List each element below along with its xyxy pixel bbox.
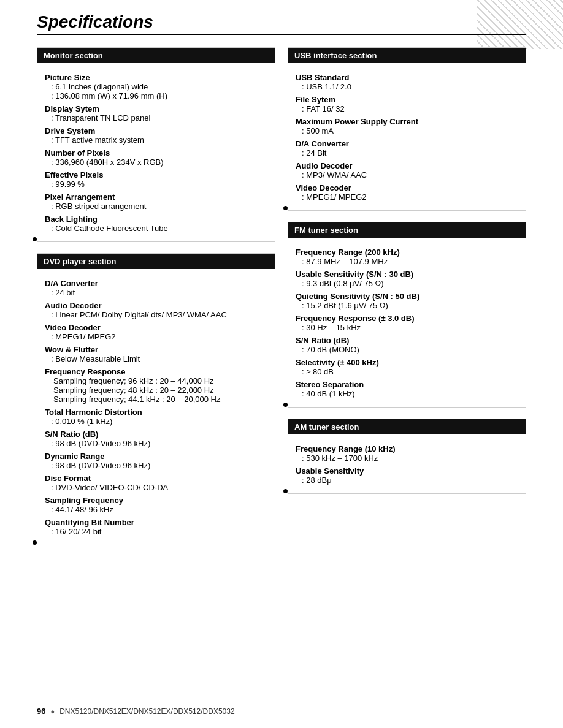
page: Specifications Monitor section Picture S… xyxy=(0,0,563,728)
fm-freq-range-label: Frequency Range (200 kHz) xyxy=(296,248,400,257)
usb-standard-value: : USB 1.1/ 2.0 xyxy=(296,82,518,91)
am-usable-sens-item: Usable Sensitivity : 28 dBμ xyxy=(296,466,518,485)
dvd-video-decoder-value: : MPEG1/ MPEG2 xyxy=(45,332,267,341)
usb-max-power-label: Maximum Power Supply Current xyxy=(296,117,418,126)
dvd-video-decoder-item: Video Decoder : MPEG1/ MPEG2 xyxy=(45,323,267,341)
dvd-disc-format-item: Disc Format : DVD-Video/ VIDEO-CD/ CD-DA xyxy=(45,474,267,492)
usb-da-converter-value: : 24 Bit xyxy=(296,148,518,157)
fm-quieting-sens-label: Quieting Sensitivity (S/N : 50 dB) xyxy=(296,292,419,301)
usb-section: USB interface section USB Standard : USB… xyxy=(288,47,526,211)
usb-max-power-value: : 500 mA xyxy=(296,126,518,135)
usb-video-decoder-item: Video Decoder : MPEG1/ MPEG2 xyxy=(296,183,518,202)
am-freq-range-label: Frequency Range (10 kHz) xyxy=(296,444,396,453)
usb-section-header: USB interface section xyxy=(288,48,526,63)
am-section-header: AM tuner section xyxy=(288,419,526,434)
drive-system-item: Drive System : TFT active matrix system xyxy=(45,126,267,145)
page-header: Specifications xyxy=(37,12,526,35)
fm-stereo-sep-item: Stereo Separation : 40 dB (1 kHz) xyxy=(296,380,518,398)
am-freq-range-value: : 530 kHz – 1700 kHz xyxy=(296,453,518,463)
fm-selectivity-label: Selectivity (± 400 kHz) xyxy=(296,358,379,367)
usb-da-converter-item: D/A Converter : 24 Bit xyxy=(296,139,518,157)
dvd-freq-response-lines: Sampling frequency; 96 kHz : 20 – 44,000… xyxy=(45,376,267,404)
footer-models: DNX5120/DNX512EX/DNX512EX/DDX512/DDX5032 xyxy=(59,707,235,716)
dvd-video-decoder-label: Video Decoder xyxy=(45,323,101,332)
fm-section-bullet xyxy=(283,403,288,407)
fm-freq-response-item: Frequency Response (± 3.0 dB) : 30 Hz – … xyxy=(296,314,518,332)
dvd-quantifying-item: Quantifying Bit Number : 16/ 20/ 24 bit xyxy=(45,518,267,536)
am-usable-sens-value: : 28 dBμ xyxy=(296,476,518,485)
monitor-section-content: Picture Size : 6.1 inches (diagonal) wid… xyxy=(37,68,275,241)
effective-pixels-item: Effective Pixels : 99.99 % xyxy=(45,170,267,189)
picture-size-value2: : 136.08 mm (W) x 71.96 mm (H) xyxy=(45,91,267,100)
dvd-sampling-freq-label: Sampling Frequency xyxy=(45,496,123,505)
number-of-pixels-item: Number of Pixels : 336,960 (480H x 234V … xyxy=(45,148,267,167)
dvd-section: DVD player section D/A Converter : 24 bi… xyxy=(37,253,275,545)
dvd-wow-flutter-item: Wow & Flutter : Below Measurable Limit xyxy=(45,345,267,363)
number-of-pixels-label: Number of Pixels xyxy=(45,148,110,157)
dvd-thd-item: Total Harmonic Distortion : 0.010 % (1 k… xyxy=(45,408,267,426)
usb-video-decoder-value: : MPEG1/ MPEG2 xyxy=(296,192,518,202)
dvd-sn-ratio-value: : 98 dB (DVD-Video 96 kHz) xyxy=(45,439,267,448)
pixel-arrangement-label: Pixel Arrangement xyxy=(45,192,115,202)
dvd-freq-response-48: Sampling frequency; 48 kHz : 20 – 22,000… xyxy=(51,385,267,395)
number-of-pixels-value: : 336,960 (480H x 234V x RGB) xyxy=(45,157,267,167)
usb-section-content: USB Standard : USB 1.1/ 2.0 File Sytem :… xyxy=(288,68,526,210)
page-title: Specifications xyxy=(37,12,153,32)
page-footer: 96 ● DNX5120/DNX512EX/DNX512EX/DDX512/DD… xyxy=(37,707,526,716)
fm-freq-response-value: : 30 Hz – 15 kHz xyxy=(296,323,518,332)
dvd-freq-response-item: Frequency Response Sampling frequency; 9… xyxy=(45,367,267,404)
dvd-da-converter-label: D/A Converter xyxy=(45,279,98,288)
dvd-disc-format-label: Disc Format xyxy=(45,474,91,483)
usb-audio-decoder-label: Audio Decoder xyxy=(296,161,352,170)
pixel-arrangement-item: Pixel Arrangement : RGB striped arrangem… xyxy=(45,192,267,211)
drive-system-value: : TFT active matrix system xyxy=(45,135,267,145)
monitor-section: Monitor section Picture Size : 6.1 inche… xyxy=(37,47,275,242)
dvd-audio-decoder-label: Audio Decoder xyxy=(45,301,101,310)
dvd-sampling-freq-value: : 44.1/ 48/ 96 kHz xyxy=(45,505,267,514)
am-freq-range-item: Frequency Range (10 kHz) : 530 kHz – 170… xyxy=(296,444,518,463)
picture-size-item: Picture Size : 6.1 inches (diagonal) wid… xyxy=(45,73,267,100)
fm-usable-sens-value: : 9.3 dBf (0.8 μV/ 75 Ω) xyxy=(296,279,518,288)
usb-audio-decoder-item: Audio Decoder : MP3/ WMA/ AAC xyxy=(296,161,518,180)
dvd-audio-decoder-value: : Linear PCM/ Dolby Digital/ dts/ MP3/ W… xyxy=(45,310,267,319)
dvd-wow-flutter-value: : Below Measurable Limit xyxy=(45,354,267,363)
dvd-freq-response-441: Sampling frequency; 44.1 kHz : 20 – 20,0… xyxy=(51,395,267,404)
usb-standard-item: USB Standard : USB 1.1/ 2.0 xyxy=(296,73,518,91)
fm-quieting-sens-item: Quieting Sensitivity (S/N : 50 dB) : 15.… xyxy=(296,292,518,310)
fm-quieting-sens-value: : 15.2 dBf (1.6 μV/ 75 Ω) xyxy=(296,301,518,310)
fm-selectivity-item: Selectivity (± 400 kHz) : ≥ 80 dB xyxy=(296,358,518,376)
display-sytem-label: Display Sytem xyxy=(45,104,99,113)
dvd-wow-flutter-label: Wow & Flutter xyxy=(45,345,98,354)
fm-usable-sens-item: Usable Sensitivity (S/N : 30 dB) : 9.3 d… xyxy=(296,270,518,288)
back-lighting-value: : Cold Cathode Fluorescent Tube xyxy=(45,224,267,233)
fm-freq-range-value: : 87.9 MHz – 107.9 MHz xyxy=(296,257,518,266)
fm-freq-range-item: Frequency Range (200 kHz) : 87.9 MHz – 1… xyxy=(296,248,518,266)
am-section-bullet xyxy=(283,489,288,493)
dvd-freq-response-label: Frequency Response xyxy=(45,367,126,376)
fm-section-header: FM tuner section xyxy=(288,222,526,238)
usb-max-power-item: Maximum Power Supply Current : 500 mA xyxy=(296,117,518,135)
display-sytem-item: Display Sytem : Transparent TN LCD panel xyxy=(45,104,267,123)
fm-section-content: Frequency Range (200 kHz) : 87.9 MHz – 1… xyxy=(288,243,526,407)
main-content: Monitor section Picture Size : 6.1 inche… xyxy=(37,47,526,556)
fm-freq-response-label: Frequency Response (± 3.0 dB) xyxy=(296,314,415,323)
am-section: AM tuner section Frequency Range (10 kHz… xyxy=(288,419,526,494)
pixel-arrangement-value: : RGB striped arrangement xyxy=(45,202,267,211)
dvd-section-header: DVD player section xyxy=(37,254,275,269)
dvd-section-bullet xyxy=(33,540,37,545)
dvd-quantifying-label: Quantifying Bit Number xyxy=(45,518,134,527)
monitor-section-bullet xyxy=(33,237,37,241)
fm-section: FM tuner section Frequency Range (200 kH… xyxy=(288,222,526,408)
usb-video-decoder-label: Video Decoder xyxy=(296,183,351,192)
fm-selectivity-value: : ≥ 80 dB xyxy=(296,367,518,376)
dvd-audio-decoder-item: Audio Decoder : Linear PCM/ Dolby Digita… xyxy=(45,301,267,319)
dvd-dynamic-range-value: : 98 dB (DVD-Video 96 kHz) xyxy=(45,461,267,470)
fm-sn-ratio-value: : 70 dB (MONO) xyxy=(296,345,518,354)
usb-section-bullet xyxy=(283,206,288,210)
picture-size-value1: : 6.1 inches (diagonal) wide xyxy=(45,82,267,91)
dvd-da-converter-value: : 24 bit xyxy=(45,288,267,297)
usb-file-sytem-label: File Sytem xyxy=(296,95,335,104)
fm-stereo-sep-label: Stereo Separation xyxy=(296,380,364,389)
page-number: 96 xyxy=(37,707,45,716)
effective-pixels-label: Effective Pixels xyxy=(45,170,103,180)
